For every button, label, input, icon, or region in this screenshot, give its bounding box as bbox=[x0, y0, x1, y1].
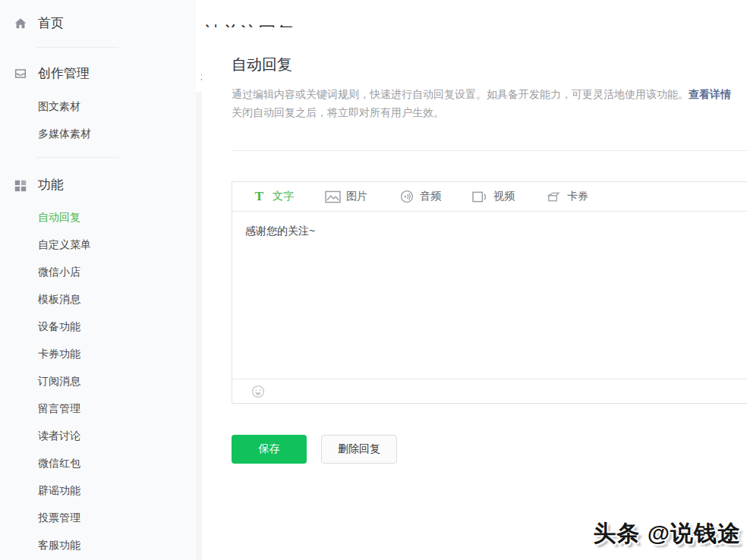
sidebar-item-subscribe-message[interactable]: 订阅消息 bbox=[0, 367, 196, 395]
text-icon: T bbox=[251, 190, 267, 203]
sidebar-item-home[interactable]: 首页 bbox=[0, 10, 196, 37]
editor-tab-label: 卡券 bbox=[567, 190, 588, 203]
sidebar-item-label: 首页 bbox=[38, 10, 64, 37]
sidebar: 首页 创作管理 图文素材 多媒体素材 功能 自动回复 自定义菜单 微信小店 模板… bbox=[0, 0, 196, 560]
wechat-mp-admin-page: 首页 创作管理 图文素材 多媒体素材 功能 自动回复 自定义菜单 微信小店 模板… bbox=[0, 0, 747, 560]
section-divider bbox=[232, 150, 747, 151]
section-description: 通过编辑内容或关键词规则，快速进行自动回复设置。如具备开发能力，可更灵活地使用该… bbox=[232, 85, 747, 121]
action-buttons: 保存 删除回复 bbox=[232, 435, 747, 464]
sidebar-item-vote-management[interactable]: 投票管理 bbox=[0, 504, 196, 531]
image-icon bbox=[325, 190, 341, 203]
description-line2: 关闭自动回复之后，将立即对所有用户生效。 bbox=[232, 106, 444, 118]
sidebar-divider bbox=[36, 157, 118, 158]
sidebar-item-creation[interactable]: 创作管理 bbox=[0, 60, 196, 87]
view-details-link[interactable]: 查看详情 bbox=[689, 88, 731, 100]
sidebar-item-label: 创作管理 bbox=[38, 60, 90, 87]
editor-footer bbox=[232, 379, 747, 403]
editor-tab-label: 图片 bbox=[346, 190, 367, 203]
reply-editor: T 文字 图片 音频 bbox=[232, 181, 747, 404]
sidebar-item-wechat-store[interactable]: 微信小店 bbox=[0, 258, 196, 285]
sidebar-item-auto-reply[interactable]: 自动回复 bbox=[0, 203, 196, 231]
sidebar-divider bbox=[36, 47, 118, 48]
sidebar-item-comment-management[interactable]: 留言管理 bbox=[0, 395, 196, 422]
section-title: 自动回复 bbox=[232, 55, 747, 75]
editor-tab-coupon[interactable]: 卡券 bbox=[546, 190, 588, 203]
sidebar-item-red-packet[interactable]: 微信红包 bbox=[0, 449, 196, 477]
save-button[interactable]: 保存 bbox=[232, 435, 307, 464]
sidebar-item-customer-service[interactable]: 客服功能 bbox=[0, 531, 196, 558]
editor-tab-audio[interactable]: 音频 bbox=[399, 190, 441, 203]
sidebar-item-reader-discussion[interactable]: 读者讨论 bbox=[0, 422, 196, 449]
audio-icon bbox=[399, 190, 414, 203]
sidebar-item-features[interactable]: 功能 bbox=[0, 171, 196, 199]
home-icon bbox=[14, 17, 27, 30]
description-text: 通过编辑内容或关键词规则，快速进行自动回复设置。如具备开发能力，可更灵活地使用该… bbox=[232, 88, 689, 100]
sidebar-item-label: 功能 bbox=[38, 171, 64, 199]
inbox-icon bbox=[14, 67, 27, 80]
sidebar-item-device-feature[interactable]: 设备功能 bbox=[0, 313, 196, 340]
sidebar-item-image-text-material[interactable]: 图文素材 bbox=[0, 93, 196, 120]
main-content: 被关注回复 关键词回复 收到消息回复 被关注回复 自动回复 通过编辑内容或关键词… bbox=[196, 0, 747, 560]
editor-tab-text[interactable]: T 文字 bbox=[251, 190, 294, 203]
sidebar-item-custom-menu[interactable]: 自定义菜单 bbox=[0, 231, 196, 258]
editor-tab-bar: T 文字 图片 音频 bbox=[232, 182, 747, 212]
sidebar-item-multimedia-material[interactable]: 多媒体素材 bbox=[0, 120, 196, 147]
reply-text-content[interactable]: 感谢您的关注~ bbox=[232, 212, 747, 379]
editor-tab-label: 视频 bbox=[493, 190, 515, 203]
coupon-icon bbox=[546, 190, 562, 203]
sidebar-item-template-message[interactable]: 模板消息 bbox=[0, 285, 196, 313]
auto-reply-card: 自动回复 通过编辑内容或关键词规则，快速进行自动回复设置。如具备开发能力，可更灵… bbox=[202, 27, 747, 560]
editor-tab-label: 文字 bbox=[273, 190, 294, 203]
video-icon bbox=[472, 190, 488, 203]
emoji-icon[interactable] bbox=[251, 385, 265, 398]
delete-reply-button[interactable]: 删除回复 bbox=[321, 435, 397, 464]
editor-tab-image[interactable]: 图片 bbox=[325, 190, 367, 203]
editor-tab-label: 音频 bbox=[420, 190, 441, 203]
sidebar-item-coupon-feature[interactable]: 卡券功能 bbox=[0, 340, 196, 367]
sidebar-item-rumor-refute[interactable]: 辟谣功能 bbox=[0, 477, 196, 504]
editor-tab-video[interactable]: 视频 bbox=[472, 190, 515, 203]
grid-icon bbox=[14, 178, 27, 192]
